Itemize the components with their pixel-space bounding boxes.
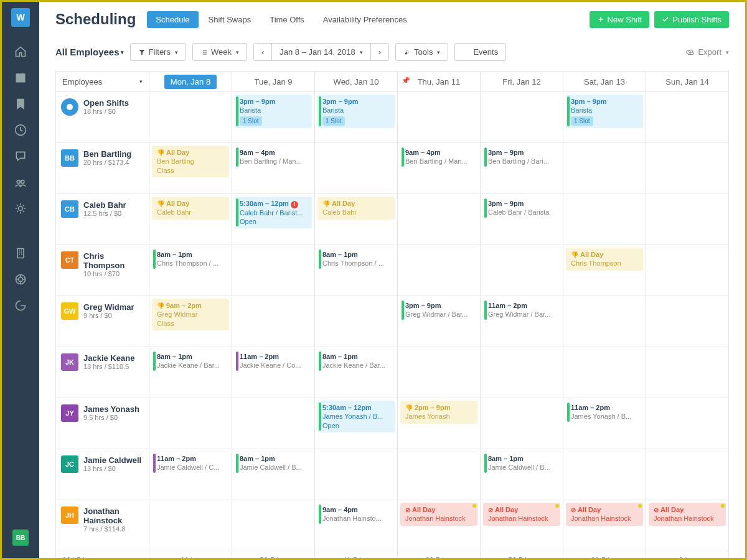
shift-block[interactable]: 8am – 1pmJamie Caldwell / B... bbox=[483, 452, 560, 475]
employee-row-header[interactable]: JCJamie Caldwell13 hrs / $0 bbox=[59, 452, 146, 477]
shift-block[interactable]: 9am – 4pmBen Bartling / Man... bbox=[235, 146, 312, 169]
schedule-cell[interactable]: 8am – 1pmChris Thompson / ... bbox=[315, 245, 398, 296]
shift-block[interactable]: 8am – 1pmChris Thompson / ... bbox=[152, 248, 229, 271]
schedule-cell[interactable]: 3pm – 9pmBarista1 Slot bbox=[232, 92, 315, 143]
day-header[interactable]: Sun, Jan 14 bbox=[646, 72, 729, 92]
schedule-cell[interactable] bbox=[646, 347, 729, 398]
tab-time-offs[interactable]: Time Offs bbox=[261, 11, 313, 28]
schedule-cell[interactable] bbox=[563, 296, 646, 347]
schedule-cell[interactable] bbox=[149, 92, 232, 143]
schedule-cell[interactable] bbox=[149, 398, 232, 449]
schedule-cell[interactable] bbox=[315, 296, 398, 347]
shift-block[interactable]: 3pm – 9pmCaleb Bahr / Barista bbox=[483, 197, 560, 220]
schedule-cell[interactable]: 8am – 1pmJamie Caldwell / B... bbox=[481, 449, 563, 500]
schedule-cell[interactable] bbox=[481, 92, 563, 143]
day-header[interactable]: Tue, Jan 9 bbox=[232, 72, 315, 92]
calendar-icon[interactable] bbox=[8, 65, 33, 90]
schedule-cell[interactable]: 8am – 1pmJackie Keane / Bar... bbox=[149, 347, 232, 398]
schedule-cell[interactable] bbox=[232, 398, 315, 449]
schedule-cell[interactable]: 8am – 1pmJamie Caldwell / B... bbox=[232, 449, 315, 500]
schedule-cell[interactable] bbox=[232, 500, 315, 551]
shift-block[interactable]: 5:30am – 12pm!Caleb Bahr / Barist...Open bbox=[235, 197, 312, 228]
logout-icon[interactable] bbox=[8, 293, 33, 318]
schedule-cell[interactable]: 👎All DayCaleb Bahr bbox=[149, 194, 232, 245]
schedule-cell[interactable] bbox=[646, 449, 729, 500]
schedule-cell[interactable] bbox=[232, 245, 315, 296]
employee-row-header[interactable]: JYJames Yonash9.5 hrs / $0 bbox=[59, 401, 146, 426]
schedule-cell[interactable]: 👎9am – 2pmGreg WidmarClass bbox=[149, 296, 232, 347]
schedule-cell[interactable] bbox=[315, 449, 398, 500]
date-range-button[interactable]: Jan 8 – Jan 14, 2018▾ bbox=[271, 43, 370, 61]
shift-block[interactable]: 8am – 1pmChris Thompson / ... bbox=[317, 248, 395, 271]
employee-row-header[interactable]: JHJonathan Hainstock7 hrs / $114.8 bbox=[59, 503, 146, 536]
new-shift-button[interactable]: New Shift bbox=[590, 11, 650, 28]
shift-block[interactable]: 3pm – 9pmBarista1 Slot bbox=[566, 95, 643, 128]
schedule-cell[interactable] bbox=[315, 143, 398, 194]
schedule-cell[interactable] bbox=[563, 143, 646, 194]
schedule-cell[interactable]: ⊘All DayJonathan Hainstock bbox=[646, 500, 729, 551]
schedule-cell[interactable]: 9am – 4pmBen Bartling / Man... bbox=[398, 143, 481, 194]
shift-block[interactable]: 8am – 1pmJamie Caldwell / B... bbox=[235, 452, 312, 475]
shift-block[interactable]: 5:30am – 12pmJames Yonash / B...Open bbox=[317, 401, 395, 432]
shift-block[interactable]: 3pm – 9pmBarista1 Slot bbox=[235, 95, 312, 128]
schedule-cell[interactable] bbox=[481, 245, 563, 296]
schedule-cell[interactable] bbox=[646, 398, 729, 449]
employee-row-header[interactable]: Open Shifts18 hrs / $0 bbox=[59, 95, 146, 119]
employee-filter[interactable]: All Employees▾ bbox=[55, 47, 124, 57]
shift-block[interactable]: 3pm – 9pmGreg Widmar / Bar... bbox=[400, 299, 477, 322]
app-logo[interactable]: W bbox=[11, 8, 30, 27]
shift-block[interactable]: ⊘All DayJonathan Hainstock bbox=[649, 503, 726, 526]
schedule-cell[interactable]: 8am – 1pmChris Thompson / ... bbox=[149, 245, 232, 296]
lifering-icon[interactable] bbox=[8, 267, 33, 292]
view-week-button[interactable]: Week▾ bbox=[192, 43, 247, 61]
export-button[interactable]: Export▾ bbox=[686, 47, 729, 57]
publish-shifts-button[interactable]: Publish Shifts bbox=[654, 11, 729, 28]
schedule-cell[interactable]: 👎All DayChris Thompson bbox=[563, 245, 646, 296]
day-header[interactable]: 📌Thu, Jan 11 bbox=[398, 72, 481, 92]
schedule-cell[interactable]: 3pm – 9pmGreg Widmar / Bar... bbox=[398, 296, 481, 347]
people-icon[interactable] bbox=[8, 170, 33, 195]
schedule-cell[interactable] bbox=[398, 92, 481, 143]
shift-block[interactable]: 3pm – 9pmBarista1 Slot bbox=[317, 95, 395, 128]
shift-block[interactable]: 3pm – 9pmBen Bartling / Bari... bbox=[483, 146, 560, 169]
schedule-cell[interactable]: ⊘All DayJonathan Hainstock bbox=[481, 500, 563, 551]
shift-block[interactable]: ⊘All DayJonathan Hainstock bbox=[400, 503, 477, 526]
tools-button[interactable]: Tools▾ bbox=[395, 43, 448, 61]
schedule-cell[interactable] bbox=[646, 92, 729, 143]
schedule-cell[interactable]: 5:30am – 12pm!Caleb Bahr / Barist...Open bbox=[232, 194, 315, 245]
clock-icon[interactable] bbox=[8, 118, 33, 142]
schedule-cell[interactable] bbox=[563, 194, 646, 245]
schedule-cell[interactable] bbox=[563, 449, 646, 500]
day-header[interactable]: Sat, Jan 13 bbox=[563, 72, 646, 92]
schedule-cell[interactable]: 11am – 2pmGreg Widmar / Bar... bbox=[481, 296, 563, 347]
shift-block[interactable]: ⊘All DayJonathan Hainstock bbox=[566, 503, 643, 526]
schedule-cell[interactable] bbox=[398, 449, 481, 500]
prev-week-button[interactable]: ‹ bbox=[253, 43, 272, 61]
day-header[interactable]: Fri, Jan 12 bbox=[481, 72, 563, 92]
shift-block[interactable]: 9am – 4pmJonathan Hainsto... bbox=[317, 503, 395, 526]
schedule-cell[interactable]: 3pm – 9pmCaleb Bahr / Barista bbox=[481, 194, 563, 245]
schedule-cell[interactable]: 3pm – 9pmBen Bartling / Bari... bbox=[481, 143, 563, 194]
current-user-badge[interactable]: BB bbox=[12, 530, 29, 546]
schedule-cell[interactable]: 👎2pm – 9pmJames Yonash bbox=[398, 398, 481, 449]
events-button[interactable]: Events bbox=[454, 43, 506, 61]
shift-block[interactable]: 8am – 1pmJackie Keane / Bar... bbox=[152, 350, 229, 373]
employee-row-header[interactable]: JKJackie Keane13 hrs / $110.5 bbox=[59, 350, 146, 375]
next-week-button[interactable]: › bbox=[370, 43, 389, 61]
shift-block[interactable]: 👎All DayCaleb Bahr bbox=[317, 197, 395, 220]
schedule-cell[interactable] bbox=[646, 194, 729, 245]
schedule-cell[interactable] bbox=[481, 398, 563, 449]
schedule-cell[interactable] bbox=[646, 143, 729, 194]
shift-block[interactable]: 👎All DayCaleb Bahr bbox=[152, 197, 229, 220]
schedule-cell[interactable]: 3pm – 9pmBarista1 Slot bbox=[563, 92, 646, 143]
schedule-cell[interactable]: ⊘All DayJonathan Hainstock bbox=[563, 500, 646, 551]
schedule-cell[interactable]: ⊘All DayJonathan Hainstock bbox=[398, 500, 481, 551]
employee-row-header[interactable]: CTChris Thompson10 hrs / $70 bbox=[59, 248, 146, 281]
schedule-cell[interactable]: 5:30am – 12pmJames Yonash / B...Open bbox=[315, 398, 398, 449]
schedule-cell[interactable] bbox=[398, 347, 481, 398]
shift-block[interactable]: 9am – 4pmBen Bartling / Man... bbox=[400, 146, 477, 169]
schedule-cell[interactable]: 3pm – 9pmBarista1 Slot bbox=[315, 92, 398, 143]
shift-block[interactable]: 👎All DayBen BartlingClass bbox=[152, 146, 229, 177]
employee-row-header[interactable]: CBCaleb Bahr12.5 hrs / $0 bbox=[59, 197, 146, 222]
schedule-cell[interactable]: 👎All DayCaleb Bahr bbox=[315, 194, 398, 245]
